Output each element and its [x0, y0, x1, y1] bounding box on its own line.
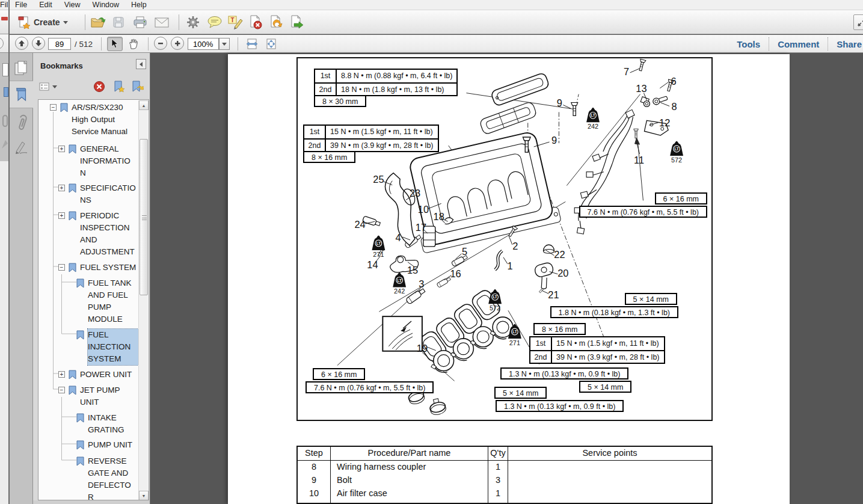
create-button[interactable]: Create: [14, 13, 72, 32]
collapse-box-icon[interactable]: −: [50, 104, 57, 111]
select-tool-button[interactable]: [107, 37, 123, 51]
navigation-tab-strip: [9, 53, 33, 504]
previous-page-button[interactable]: [15, 37, 28, 50]
bookmark-item-reverse-gate[interactable]: REVERSE GATE AND DEFLECTO R: [76, 455, 138, 500]
menu-file[interactable]: File: [9, 1, 33, 9]
svg-text:19: 19: [417, 343, 428, 354]
collapse-box-icon[interactable]: −: [58, 387, 65, 393]
svg-text:15: 15: [407, 265, 418, 275]
bookmark-icon: [69, 370, 76, 380]
svg-text:10: 10: [418, 204, 429, 215]
email-button[interactable]: [153, 13, 170, 32]
svg-text:6: 6: [671, 76, 677, 87]
delete-pages-button[interactable]: [247, 13, 264, 32]
bookmark-item-root[interactable]: − AR/SR/SX230 High Output Service Manual: [50, 102, 139, 138]
paperclip-icon: [14, 114, 28, 132]
bookmark-item-general-information[interactable]: + GENERAL INFORMATIO N: [58, 143, 137, 179]
page-thumbnails-tab[interactable]: [9, 60, 33, 77]
text-edit-button[interactable]: T: [227, 13, 244, 32]
svg-text:13: 13: [636, 83, 646, 94]
scrollbar-thumb[interactable]: [140, 139, 148, 295]
pages-icon: [14, 60, 28, 77]
scroll-down-button[interactable]: ▼: [139, 491, 149, 500]
fit-width-icon: [246, 38, 258, 49]
settings-button[interactable]: [185, 13, 201, 32]
chevron-down-icon: [222, 43, 227, 46]
attachments-tab[interactable]: [9, 114, 33, 132]
bookmarks-panel: Bookmarks: [33, 53, 150, 504]
scroll-up-button[interactable]: ▲: [139, 100, 149, 110]
exploded-diagram: LT242 LT572 LT271 LT242 LT572 LT271: [298, 58, 711, 420]
bookmark-action-button[interactable]: [131, 80, 144, 96]
rotate-pages-button[interactable]: [268, 13, 284, 32]
expand-box-icon[interactable]: +: [58, 185, 65, 191]
bookmarks-scrollbar[interactable]: ▲ ▼: [138, 100, 148, 500]
svg-text:271: 271: [509, 339, 520, 346]
torque-box-8: 1.3 N • m (0.13 kgf • m, 0.9 ft • lb): [496, 400, 624, 412]
comment-button[interactable]: [206, 13, 223, 32]
fit-page-button[interactable]: [263, 37, 280, 51]
bookmark-item-fuel-tank[interactable]: FUEL TANK AND FUEL PUMP MODULE: [76, 277, 138, 325]
zoom-level-input[interactable]: [188, 38, 219, 50]
menu-view[interactable]: View: [58, 1, 87, 9]
bookmark-item-fuel-system[interactable]: − FUEL SYSTEM: [58, 262, 137, 274]
fit-width-button[interactable]: [244, 37, 260, 51]
svg-text:LT: LT: [591, 113, 595, 117]
bookmark-item-specifications[interactable]: + SPECIFICATIO NS: [58, 182, 137, 206]
menu-window[interactable]: Window: [87, 1, 125, 9]
collapse-panel-button[interactable]: [136, 59, 146, 69]
share-link[interactable]: Share: [828, 39, 863, 49]
toggle-window-button[interactable]: [853, 14, 863, 30]
menu-edit[interactable]: Edit: [33, 1, 58, 9]
bookmarks-tab[interactable]: [9, 81, 33, 108]
signatures-tab[interactable]: [9, 138, 33, 154]
bookmark-label: REVERSE GATE AND DEFLECTO R: [88, 455, 138, 500]
bookmark-icon: [76, 278, 84, 288]
page-number-input[interactable]: [48, 38, 71, 50]
extract-pages-button[interactable]: [288, 13, 305, 32]
arrow-up-icon: [18, 40, 25, 47]
expand-box-icon[interactable]: +: [58, 212, 65, 219]
injector-16: [437, 277, 451, 287]
menu-help[interactable]: Help: [125, 1, 153, 9]
next-page-button[interactable]: [32, 37, 45, 50]
svg-text:T: T: [230, 17, 234, 23]
svg-text:21: 21: [548, 289, 559, 300]
open-file-button[interactable]: [90, 13, 106, 32]
svg-text:24: 24: [354, 219, 365, 230]
partial-circle-button: [0, 37, 4, 49]
hand-tool-button[interactable]: [125, 37, 142, 51]
bookmark-options-button[interactable]: [39, 82, 57, 91]
zoom-out-button[interactable]: [154, 37, 167, 50]
zoom-dropdown-button[interactable]: [219, 38, 230, 50]
torque-box-4: 1.8 N • m (0.18 kgf • m, 1.3 ft • lb): [550, 306, 678, 318]
bookmark-item-fuel-injection-system[interactable]: FUEL INJECTION SYSTEM: [76, 329, 138, 365]
torque-box-2: 1st15 N • m (1.5 kgf • m, 11 ft • lb) 2n…: [303, 124, 439, 152]
bookmark-label: PERIODIC INSPECTION AND ADJUSTMENT: [80, 210, 137, 258]
bookmark-item-pump-unit[interactable]: PUMP UNIT: [76, 439, 138, 451]
new-bookmark-button[interactable]: [112, 80, 126, 96]
bookmark-item-jet-pump-unit[interactable]: − JET PUMP UNIT: [58, 384, 137, 408]
select-cursor-icon: [111, 39, 119, 49]
delete-bookmark-button[interactable]: [93, 81, 105, 95]
comment-link[interactable]: Comment: [769, 39, 828, 49]
bookmark-item-intake-grating[interactable]: INTAKE GRATING: [76, 412, 138, 436]
expand-box-icon[interactable]: +: [58, 371, 65, 378]
print-button[interactable]: [132, 13, 149, 32]
bookmark-item-periodic-inspection[interactable]: + PERIODIC INSPECTION AND ADJUSTMENT: [58, 210, 137, 258]
options-list-icon: [39, 82, 50, 91]
bookmark-icon: [69, 211, 76, 221]
arrow-down-icon: [35, 40, 42, 47]
svg-text:271: 271: [373, 251, 384, 258]
collapse-box-icon[interactable]: −: [58, 264, 65, 271]
svg-text:23: 23: [410, 188, 420, 198]
svg-text:18: 18: [434, 211, 444, 222]
expand-box-icon[interactable]: +: [58, 146, 65, 152]
save-button[interactable]: [110, 13, 127, 32]
zoom-in-button[interactable]: [171, 37, 184, 50]
bookmark-item-power-unit[interactable]: + POWER UNIT: [58, 369, 137, 381]
tools-link[interactable]: Tools: [728, 39, 769, 49]
svg-text:572: 572: [490, 304, 500, 312]
page-viewer[interactable]: LT242 LT572 LT271 LT242 LT572 LT271: [150, 53, 863, 504]
document-workspace: Bookmarks: [9, 53, 863, 504]
